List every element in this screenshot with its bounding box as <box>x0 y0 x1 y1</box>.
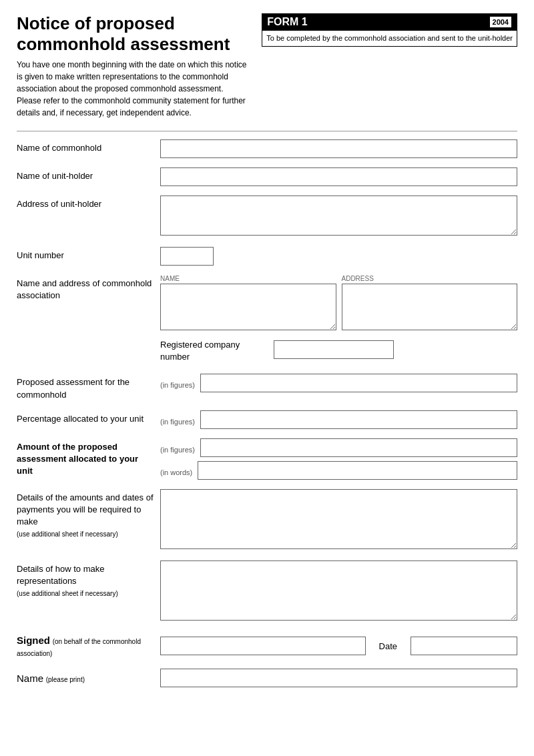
label-address-unit-holder: Address of unit-holder <box>17 196 160 210</box>
input-details-how[interactable] <box>160 560 517 621</box>
label-in-figures-3: (in figures) <box>160 442 195 454</box>
input-proposed-assessment[interactable] <box>200 374 517 392</box>
row-proposed-assessment: Proposed assessment for the commonhold (… <box>17 374 517 400</box>
form-badge-year: 2004 <box>489 16 512 28</box>
amount-figures-row: (in figures) <box>160 438 517 457</box>
label-details-amounts: Details of the amounts and dates of paym… <box>17 489 160 540</box>
label-assoc-name-address: Name and address of commonhold associati… <box>17 275 160 302</box>
input-percentage-wrapper: (in figures) <box>160 410 517 429</box>
input-unit-number[interactable] <box>160 247 214 266</box>
input-amount-figures[interactable] <box>200 438 517 457</box>
row-name-commonhold: Name of commonhold <box>17 139 517 158</box>
assoc-name-col: NAME <box>160 275 336 332</box>
divider-1 <box>17 131 517 131</box>
label-name-print-sub: (please print) <box>46 676 85 683</box>
input-signed-wrapper: Date <box>160 637 517 655</box>
row-unit-number: Unit number <box>17 247 517 266</box>
input-signed[interactable] <box>160 637 366 655</box>
input-details-amounts-wrapper <box>160 489 517 551</box>
row-amount-proposed: Amount of the proposed assessment alloca… <box>17 438 517 480</box>
form-badge-desc: To be completed by the commonhold associ… <box>262 31 517 47</box>
input-name-print[interactable] <box>160 669 517 687</box>
label-company-number: Registered company number <box>160 336 274 363</box>
form-badge: FORM 1 2004 To be completed by the commo… <box>262 13 517 47</box>
label-amount-proposed: Amount of the proposed assessment alloca… <box>17 438 160 478</box>
input-details-amounts[interactable] <box>160 489 517 549</box>
row-assoc-name-address: Name and address of commonhold associati… <box>17 275 517 363</box>
label-in-words: (in words) <box>160 464 192 476</box>
row-name-print: Name (please print) <box>17 669 517 687</box>
assoc-name-sublabel: NAME <box>160 275 336 282</box>
main-title: Notice of proposed commonhold assessment <box>17 13 248 55</box>
label-signed: Signed (on behalf of the commonhold asso… <box>17 633 160 659</box>
row-details-amounts: Details of the amounts and dates of paym… <box>17 489 517 551</box>
input-address-unit-holder[interactable] <box>160 196 517 236</box>
label-percentage: Percentage allocated to your unit <box>17 410 160 425</box>
label-in-figures-2: (in figures) <box>160 414 195 426</box>
row-address-unit-holder: Address of unit-holder <box>17 196 517 238</box>
label-unit-number: Unit number <box>17 247 160 262</box>
input-assoc-name[interactable] <box>160 284 336 330</box>
input-amount-proposed-wrapper: (in figures) (in words) <box>160 438 517 480</box>
assoc-two-col: NAME ADDRESS <box>160 275 517 332</box>
label-date: Date <box>379 641 397 651</box>
input-proposed-assessment-wrapper: (in figures) <box>160 374 517 392</box>
assoc-addr-col: ADDRESS <box>342 275 518 332</box>
input-name-print-wrapper <box>160 669 517 687</box>
label-name-print: Name (please print) <box>17 669 160 685</box>
row-signed-date: Signed (on behalf of the commonhold asso… <box>17 633 517 659</box>
input-name-commonhold[interactable] <box>160 139 517 158</box>
row-name-unit-holder: Name of unit-holder <box>17 167 517 186</box>
row-details-how: Details of how to make representations (… <box>17 560 517 623</box>
input-name-commonhold-wrapper <box>160 139 517 158</box>
input-details-how-wrapper <box>160 560 517 623</box>
input-name-unit-holder-wrapper <box>160 167 517 186</box>
assoc-block: NAME ADDRESS Registered company number <box>160 275 517 363</box>
amount-words-row: (in words) <box>160 461 517 480</box>
form-badge-top: FORM 1 2004 <box>262 13 517 31</box>
input-date[interactable] <box>411 637 517 655</box>
input-assoc-address[interactable] <box>342 284 518 330</box>
assoc-address-sublabel: ADDRESS <box>342 275 518 282</box>
label-proposed-assessment: Proposed assessment for the commonhold <box>17 374 160 400</box>
form-badge-label: FORM 1 <box>267 16 307 28</box>
label-in-figures-1: (in figures) <box>160 377 195 389</box>
input-unit-number-wrapper <box>160 247 517 266</box>
label-name-commonhold: Name of commonhold <box>17 139 160 154</box>
header-section: Notice of proposed commonhold assessment… <box>17 13 517 119</box>
input-percentage[interactable] <box>200 410 517 429</box>
label-name-unit-holder: Name of unit-holder <box>17 167 160 182</box>
label-details-how: Details of how to make representations (… <box>17 560 160 600</box>
row-company-number: Registered company number <box>160 336 517 363</box>
intro-text: You have one month beginning with the da… <box>17 59 248 119</box>
input-company-number[interactable] <box>274 340 394 359</box>
title-block: Notice of proposed commonhold assessment… <box>17 13 262 119</box>
input-address-unit-holder-wrapper <box>160 196 517 238</box>
row-percentage: Percentage allocated to your unit (in fi… <box>17 410 517 429</box>
input-name-unit-holder[interactable] <box>160 167 517 186</box>
input-amount-words[interactable] <box>198 461 517 480</box>
